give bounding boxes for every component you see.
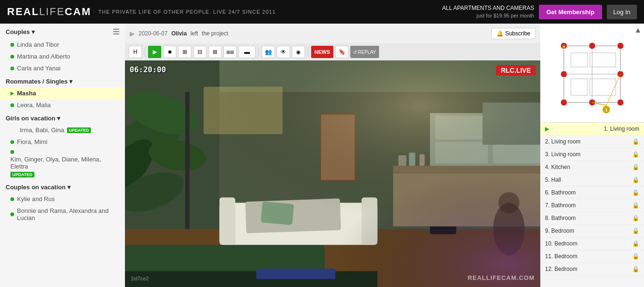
item-label: Carla and Yanai: [17, 65, 60, 72]
all-apartments-price: just for $19.95 per month: [442, 12, 534, 19]
subscribe-button[interactable]: 🔔 Subscribe: [491, 28, 536, 39]
news-button[interactable]: NEWS: [311, 46, 333, 58]
people-button[interactable]: 👥: [262, 46, 275, 58]
eye-closed-button[interactable]: ◉: [292, 46, 305, 58]
sidebar-item-martina-alberto[interactable]: Martina and Alberto: [0, 51, 125, 62]
bookmark-button[interactable]: 🔖: [335, 46, 348, 58]
layout-2-button[interactable]: ⊟: [193, 46, 206, 58]
active-cam-indicator: ▶: [545, 126, 549, 132]
sidebar-item-masha[interactable]: ▶ Masha: [0, 87, 125, 99]
camera-label: 3. Living room: [545, 151, 580, 158]
sidebar-section-roommates[interactable]: Roommates / Singles ▾: [0, 74, 125, 87]
camera-label: 8. Bathroom: [545, 215, 576, 221]
layout-wide-button[interactable]: ▬: [239, 46, 256, 58]
camera-label: 10. Bedroom: [545, 240, 578, 247]
replay-button[interactable]: ↺ REPLAY: [350, 46, 379, 58]
all-apartments-info: ALL APARTMENTS AND CAMERAS just for $19.…: [442, 4, 534, 19]
video-toolbar: ▶ 2020-06-07 Olivia left the project 🔔 S…: [125, 24, 540, 43]
online-dot: [10, 43, 14, 47]
camera-item-9[interactable]: 9. Bedroom 🔒: [540, 225, 644, 237]
item-label: Kim, Ginger, Olya, Diane, Milena, Elettr…: [10, 156, 119, 170]
logo: REALLIFECAM: [7, 6, 91, 18]
lock-icon: 🔒: [632, 177, 639, 183]
nav-prev-icon[interactable]: ▶: [130, 30, 135, 37]
item-label: Bonnie and Rama, Alexandra and Lucian: [17, 207, 119, 221]
camera-item-5[interactable]: 5. Hall 🔒: [540, 174, 644, 186]
active-triangle-icon: ▶: [10, 91, 14, 96]
online-dot: [10, 212, 14, 216]
camera-item-4[interactable]: 4. Kitchen 🔒: [540, 161, 644, 174]
layout-1-button[interactable]: ⊞: [178, 46, 191, 58]
online-dot: [10, 103, 14, 107]
camera-label: 6. Bathroom: [545, 189, 576, 196]
sidebar-item-fiora-mimi[interactable]: Fiora, Mimi: [0, 136, 125, 148]
eye-open-button[interactable]: 👁: [277, 46, 290, 58]
separator: [308, 47, 308, 57]
svg-point-49: [589, 42, 595, 49]
event-detail: the project: [202, 30, 228, 37]
online-dot: [10, 140, 14, 144]
sidebar-section-girls-vacation[interactable]: Girls on vacation ▾: [0, 111, 125, 124]
svg-text:1: 1: [605, 108, 607, 112]
hamburger-icon[interactable]: ☰: [113, 27, 119, 36]
layout-3-button[interactable]: ⊞: [208, 46, 222, 58]
camera-item-6[interactable]: 6. Bathroom 🔒: [540, 186, 644, 199]
room-scene: [125, 60, 540, 287]
lock-icon: 🔒: [632, 164, 639, 170]
camera-label: 7. Bathroom: [545, 202, 576, 209]
item-label: Martina and Alberto: [17, 53, 70, 60]
separator: [145, 47, 145, 57]
camera-item-10[interactable]: 10. Bedroom 🔒: [540, 237, 644, 250]
sidebar-item-linda-tibor[interactable]: Linda and Tibor: [0, 39, 125, 51]
updated-badge: UPDATED: [67, 127, 91, 133]
sidebar-section-couples[interactable]: Couples ▾ ☰: [0, 24, 125, 39]
svg-point-55: [617, 99, 624, 106]
video-container[interactable]: 06:20:00 RLC.LIVE REALLIFECAM.COM 1id7ce…: [125, 60, 540, 287]
online-dot: [10, 67, 14, 70]
online-dot: [10, 150, 14, 154]
h-button[interactable]: H: [129, 46, 142, 58]
main-content: Couples ▾ ☰ Linda and Tibor Martina and …: [0, 24, 644, 287]
camera-label: 11. Bedroom: [545, 253, 578, 260]
item-label: Masha: [17, 90, 36, 97]
controls-bar: H ▶ ■ ⊞ ⊟ ⊞ ⊞⊞ ▬ 👥 👁 ◉ NEWS 🔖 ↺ REPLAY: [125, 43, 540, 60]
couples-section-label: Couples ▾: [6, 28, 35, 35]
camera-item-8[interactable]: 8. Bathroom 🔒: [540, 212, 644, 225]
sidebar-item-bonnie-rama[interactable]: Bonnie and Rama, Alexandra and Lucian: [0, 205, 125, 224]
play-button[interactable]: ▶: [148, 46, 161, 58]
camera-item-11[interactable]: 11. Bedroom 🔒: [540, 250, 644, 263]
sidebar: Couples ▾ ☰ Linda and Tibor Martina and …: [0, 24, 125, 287]
login-button[interactable]: Log In: [607, 5, 637, 19]
svg-point-50: [617, 42, 624, 49]
lock-icon: 🔒: [632, 228, 639, 234]
sidebar-item-kylie-rus[interactable]: Kylie and Rus: [0, 193, 125, 205]
online-dot: [10, 55, 14, 59]
all-apartments-title: ALL APARTMENTS AND CAMERAS: [442, 4, 534, 12]
stop-button[interactable]: ■: [163, 46, 176, 58]
sidebar-item-kim-group[interactable]: Kim, Ginger, Olya, Diane, Milena, Elettr…: [0, 148, 125, 180]
sidebar-section-couples-vacation[interactable]: Couples on vacation ▾: [0, 180, 125, 193]
lock-icon: 🔒: [632, 266, 639, 272]
sidebar-item-carla-yanai[interactable]: Carla and Yanai: [0, 62, 125, 74]
video-section: ▶ 2020-06-07 Olivia left the project 🔔 S…: [125, 24, 540, 287]
lock-icon: 🔒: [632, 240, 639, 247]
sidebar-item-leora-malia[interactable]: Leora, Malia: [0, 99, 125, 111]
lock-icon: 🔒: [632, 189, 639, 196]
camera-item-3[interactable]: 3. Living room 🔒: [540, 148, 644, 161]
event-action: left: [190, 30, 198, 37]
camera-item-1[interactable]: ▶ 1. Living room: [540, 123, 644, 135]
camera-item-12[interactable]: 12. Bedroom 🔒: [540, 263, 644, 276]
video-time-overlay: 06:20:00: [130, 65, 166, 74]
sidebar-item-irma-babi-gina[interactable]: Irma, Babi, Gina UPDATED: [0, 124, 125, 136]
watermark: REALLIFECAM.COM: [468, 274, 535, 281]
header-right: ALL APARTMENTS AND CAMERAS just for $19.…: [442, 4, 637, 19]
lock-icon: 🔒: [632, 202, 639, 209]
camera-item-7[interactable]: 7. Bathroom 🔒: [540, 199, 644, 212]
lock-icon: 🔒: [632, 151, 639, 158]
layout-4-button[interactable]: ⊞⊞: [223, 46, 237, 58]
get-membership-button[interactable]: Get Membership: [539, 5, 602, 19]
couples-vacation-label: Couples on vacation ▾: [6, 184, 71, 191]
floorplan-toggle-button[interactable]: ▲: [634, 26, 642, 34]
subscribe-label: Subscribe: [505, 30, 530, 37]
camera-item-2[interactable]: 2. Living room 🔒: [540, 135, 644, 148]
